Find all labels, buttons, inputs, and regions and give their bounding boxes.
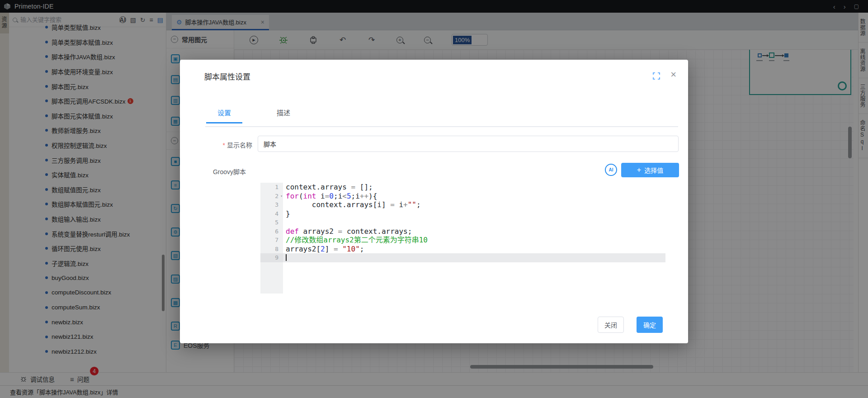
- plus-icon: +: [637, 166, 641, 174]
- code-line[interactable]: 4}: [260, 209, 665, 218]
- tab-description[interactable]: 描述: [265, 108, 302, 123]
- code-text: def arrays2 = context.arrays;: [283, 227, 665, 236]
- dialog-title: 脚本属性设置: [204, 71, 250, 82]
- code-line[interactable]: 8arrays2[2] = "10";: [260, 245, 665, 254]
- code-text: }: [283, 209, 665, 218]
- ok-button[interactable]: 确定: [637, 317, 663, 333]
- ai-generate-button[interactable]: AI: [605, 164, 617, 176]
- code-text: //修改数组arrays2第二个元素为字符串10: [283, 236, 665, 245]
- code-gutter-number: 2▾: [260, 192, 283, 201]
- groovy-code-editor[interactable]: 1context.arrays = [];2▾for(int i=0;i<5;i…: [260, 183, 665, 294]
- code-text: for(int i=0;i<5;i++){: [283, 192, 665, 201]
- code-gutter-number: 4: [260, 209, 283, 218]
- code-gutter-number: 7: [260, 236, 283, 245]
- code-line[interactable]: 1context.arrays = [];: [260, 183, 665, 192]
- code-line[interactable]: 7//修改数组arrays2第二个元素为字符串10: [260, 236, 665, 245]
- code-text: context.arrays = [];: [283, 183, 665, 192]
- code-gutter-number: 6: [260, 227, 283, 236]
- display-name-label: *显示名称: [180, 140, 252, 149]
- select-value-button[interactable]: + 选择值: [621, 163, 679, 177]
- code-gutter-number: 3: [260, 200, 283, 209]
- code-gutter-number: 8: [260, 245, 283, 254]
- code-line[interactable]: 9: [260, 253, 665, 262]
- code-text: arrays2[2] = "10";: [283, 245, 665, 254]
- tab-settings[interactable]: 设置: [206, 108, 242, 123]
- required-asterisk: *: [223, 142, 225, 149]
- groovy-script-label: Groovy脚本: [174, 167, 246, 176]
- fold-icon[interactable]: ▾: [280, 192, 283, 201]
- dialog-footer: 关闭 确定: [598, 317, 663, 333]
- expand-dialog-icon[interactable]: [653, 72, 660, 80]
- code-gutter-number: 5: [260, 218, 283, 227]
- code-text: context.arrays[i] = i+"";: [283, 200, 665, 209]
- code-gutter-number: 1: [260, 183, 283, 192]
- code-line[interactable]: 5: [260, 218, 665, 227]
- text-cursor: [286, 254, 287, 261]
- code-text: [283, 253, 665, 262]
- code-line[interactable]: 6def arrays2 = context.arrays;: [260, 227, 665, 236]
- display-name-input[interactable]: [258, 136, 679, 152]
- close-dialog-icon[interactable]: ×: [670, 70, 676, 80]
- code-text: [283, 218, 665, 227]
- code-line[interactable]: 3 context.arrays[i] = i+"";: [260, 200, 665, 209]
- script-properties-dialog: 脚本属性设置 × 设置 描述 *显示名称 Groovy脚本 AI + 选择值 1…: [180, 60, 688, 343]
- close-button[interactable]: 关闭: [598, 317, 624, 333]
- dialog-tabs: 设置 描述: [206, 108, 302, 123]
- tabs-divider: [205, 126, 678, 127]
- code-line[interactable]: 2▾for(int i=0;i<5;i++){: [260, 192, 665, 201]
- code-gutter-number: 9: [260, 253, 283, 262]
